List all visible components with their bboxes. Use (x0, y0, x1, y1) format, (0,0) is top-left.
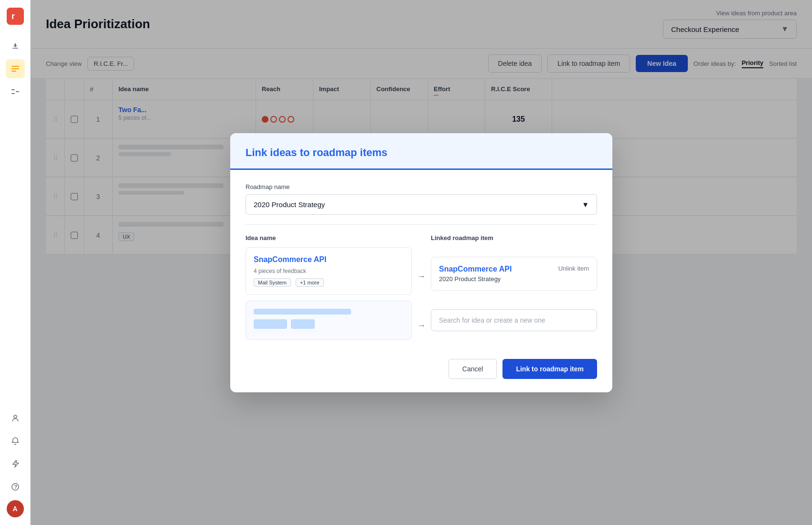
roadmap-value: 2020 Product Strategy (254, 200, 325, 209)
roadmap-dropdown-arrow: ▼ (582, 200, 589, 209)
skeleton (254, 309, 351, 315)
svg-rect-2 (11, 66, 19, 67)
app-logo[interactable]: r (7, 8, 24, 25)
sidebar-bottom: ? A (6, 409, 25, 517)
avatar[interactable]: A (7, 500, 24, 517)
roadmap-name-dropdown[interactable]: 2020 Product Strategy ▼ (246, 194, 597, 215)
search-container: Search for idea or create a new one (431, 309, 597, 337)
idea-card-1: SnapCommerce API 4 pieces of feedback Ma… (246, 247, 412, 301)
sidebar: r ? A (0, 0, 31, 525)
idea-card-title-1[interactable]: SnapCommerce API (254, 255, 404, 264)
roadmap-icon[interactable] (6, 82, 25, 101)
arrow-2: → (412, 321, 431, 331)
idea-search-input[interactable]: Search for idea or create a new one (431, 309, 597, 331)
idea-card-skeleton (246, 301, 412, 340)
svg-point-8 (14, 415, 17, 418)
bell-icon[interactable] (6, 431, 25, 451)
idea-card-meta-1: 4 pieces of feedback (254, 268, 404, 274)
linked-card-container-1: SnapCommerce API 2020 Product Strategy U… (431, 257, 597, 291)
cancel-button[interactable]: Cancel (449, 359, 497, 379)
svg-rect-6 (16, 91, 19, 92)
svg-rect-4 (11, 71, 16, 72)
unlink-button[interactable]: Unlink item (558, 265, 589, 272)
linked-title-1: SnapCommerce API (439, 265, 512, 273)
linked-col-header: Linked roadmap item (431, 234, 597, 242)
profile-icon[interactable] (6, 409, 25, 428)
download-icon[interactable] (6, 36, 25, 55)
svg-rect-7 (11, 93, 15, 94)
svg-rect-0 (7, 8, 24, 25)
modal-footer: Cancel Link to roadmap item (230, 359, 612, 392)
modal-divider (246, 224, 597, 225)
modal-body: Roadmap name 2020 Product Strategy ▼ Ide… (230, 170, 612, 359)
idea-card-snap: SnapCommerce API 4 pieces of feedback Ma… (246, 247, 412, 295)
tag-mail-system: Mail System (254, 278, 291, 287)
modal-title: Link ideas to roadmap items (246, 147, 597, 159)
linked-sub-1: 2020 Product Strategy (439, 275, 512, 283)
skeleton (254, 319, 287, 329)
svg-text:?: ? (14, 484, 17, 490)
link-ideas-modal: Link ideas to roadmap items Roadmap name… (230, 133, 612, 392)
svg-text:r: r (11, 11, 15, 21)
modal-overlay: Link ideas to roadmap items Roadmap name… (31, 0, 812, 525)
tag-more: +1 more (296, 278, 324, 287)
idea-name-col-header: Idea name (246, 234, 412, 242)
roadmap-field-label: Roadmap name (246, 183, 597, 190)
idea-card-2 (246, 301, 412, 346)
linked-card-1: SnapCommerce API 2020 Product Strategy U… (431, 257, 597, 291)
idea-card-tags-1: Mail System +1 more (254, 278, 404, 287)
ideas-icon[interactable] (6, 59, 25, 78)
ideas-grid: Idea name Linked roadmap item SnapCommer… (246, 234, 597, 346)
svg-rect-5 (11, 89, 15, 90)
main-content: Idea Prioritization View ideas from prod… (31, 0, 812, 525)
link-roadmap-item-button[interactable]: Link to roadmap item (502, 359, 597, 379)
help-icon[interactable]: ? (6, 477, 25, 496)
arrow-1: → (412, 272, 431, 282)
skeleton (291, 319, 315, 329)
lightning-icon[interactable] (6, 454, 25, 473)
linked-card-left: SnapCommerce API 2020 Product Strategy (439, 265, 512, 283)
search-placeholder: Search for idea or create a new one (439, 316, 545, 324)
modal-header: Link ideas to roadmap items (230, 133, 612, 170)
svg-rect-3 (11, 68, 19, 69)
